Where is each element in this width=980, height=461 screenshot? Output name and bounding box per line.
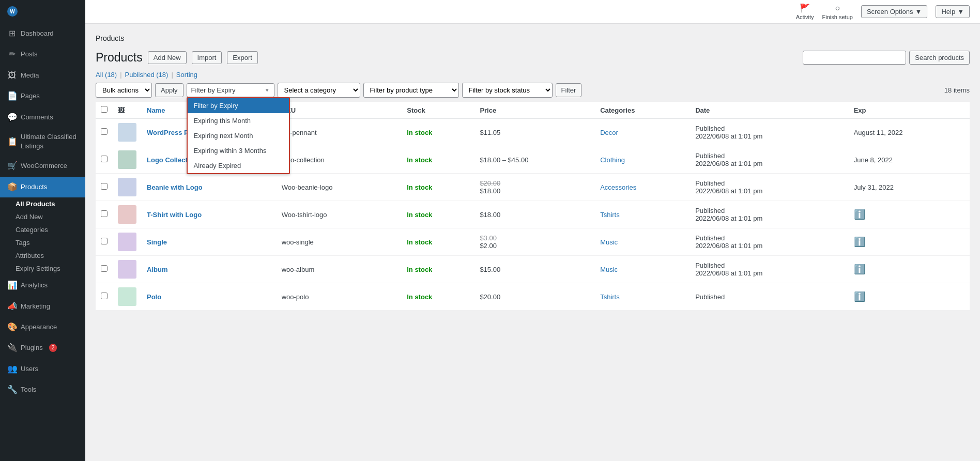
expiry-option-next-month[interactable]: Expiring next Month	[188, 128, 289, 143]
apply-button[interactable]: Apply	[155, 83, 183, 97]
users-icon: 👥	[7, 363, 17, 375]
product-category-2[interactable]: Accessories	[600, 183, 636, 191]
sidebar-sub-categories[interactable]: Categories	[0, 223, 85, 236]
activity-button[interactable]: 🚩 Activity	[796, 3, 814, 20]
category-select[interactable]: Select a category	[278, 83, 360, 98]
filter-bar: Bulk actions Apply Filter by Expiry ▼ Fi…	[96, 83, 970, 98]
sidebar-posts-label: Posts	[21, 50, 38, 59]
product-type-select[interactable]: Filter by product type	[363, 83, 459, 98]
sidebar-item-tools[interactable]: 🔧 Tools	[0, 379, 85, 400]
wp-logo-icon: W	[7, 6, 18, 17]
product-name-3[interactable]: T-Shirt with Logo	[147, 211, 202, 219]
sidebar-ucl-label: Ultimate Classified Listings	[21, 132, 78, 151]
expiry-option-3-months[interactable]: Expiring within 3 Months	[188, 143, 289, 158]
expiry-warn-icon-4: ℹ️	[854, 237, 865, 247]
row-checkbox-2[interactable]	[101, 183, 108, 190]
row-checkbox-5[interactable]	[101, 265, 108, 272]
table-row: T-Shirt with LogoWoo-tshirt-logoIn stock…	[96, 201, 970, 228]
categories-col-header: Categories	[595, 102, 690, 119]
sidebar-item-analytics[interactable]: 📊 Analytics	[0, 275, 85, 296]
row-checkbox-1[interactable]	[101, 156, 108, 162]
product-price-2: $20.00$18.00	[474, 174, 595, 201]
search-products-button[interactable]: Search products	[909, 51, 970, 65]
product-date-0: Published2022/06/08 at 1:01 pm	[690, 119, 849, 146]
sidebar-item-plugins[interactable]: 🔌 Plugins 2	[0, 337, 85, 358]
screen-options-button[interactable]: Screen Options ▼	[861, 5, 927, 18]
table-row: Polowoo-poloIn stock$20.00TshirtsPublish…	[96, 283, 970, 311]
media-icon: 🖼	[7, 70, 17, 81]
comments-icon: 💬	[7, 112, 17, 123]
stock-status-select[interactable]: Filter by stock status	[462, 83, 553, 98]
product-img-2	[118, 178, 136, 196]
product-category-4[interactable]: Music	[600, 238, 618, 246]
sidebar-item-woocommerce[interactable]: 🛒 WooCommerce	[0, 156, 85, 176]
product-name-2[interactable]: Beanie with Logo	[147, 183, 203, 191]
sidebar-item-posts[interactable]: ✏ Posts	[0, 44, 85, 65]
expiry-option-this-month[interactable]: Expiring this Month	[188, 113, 289, 128]
export-button[interactable]: Export	[227, 51, 258, 64]
product-category-5[interactable]: Music	[600, 266, 618, 273]
sidebar-sub-expiry-settings[interactable]: Expiry Settings	[0, 262, 85, 275]
product-name-6[interactable]: Polo	[147, 293, 161, 301]
product-category-1[interactable]: Clothing	[600, 156, 625, 164]
product-exp-4: ℹ️	[849, 228, 970, 256]
row-checkbox-3[interactable]	[101, 210, 108, 217]
product-price-0: $11.05	[474, 119, 595, 146]
product-category-0[interactable]: Decor	[600, 129, 618, 136]
breadcrumb: Products	[96, 34, 970, 42]
sidebar-item-users[interactable]: 👥 Users	[0, 359, 85, 379]
sidebar-item-comments[interactable]: 💬 Comments	[0, 107, 85, 128]
filter-sorting-link[interactable]: Sorting	[176, 71, 197, 79]
sidebar-sub-attributes[interactable]: Attributes	[0, 249, 85, 262]
product-name-5[interactable]: Album	[147, 266, 167, 273]
sidebar-item-marketing[interactable]: 📣 Marketing	[0, 296, 85, 317]
dashboard-icon: ⊞	[7, 28, 17, 39]
filter-published-link[interactable]: Published (18)	[125, 71, 169, 79]
product-sku-1: logo-collection	[277, 146, 402, 174]
product-exp-6: ℹ️	[849, 283, 970, 311]
img-col-header: 🖼	[113, 102, 142, 119]
select-all-checkbox[interactable]	[101, 106, 108, 113]
filter-all-link[interactable]: All (18)	[96, 71, 117, 79]
activity-icon: 🚩	[800, 3, 810, 13]
pages-icon: 📄	[7, 90, 17, 102]
row-checkbox-6[interactable]	[101, 293, 108, 299]
sidebar-item-products[interactable]: 📦 Products	[0, 177, 85, 197]
add-new-button[interactable]: Add New	[148, 51, 187, 64]
finish-setup-icon: ○	[835, 4, 840, 13]
product-category-3[interactable]: Tshirts	[600, 211, 620, 219]
product-date-3: Published2022/06/08 at 1:01 pm	[690, 201, 849, 228]
sidebar-item-media[interactable]: 🖼 Media	[0, 65, 85, 86]
sidebar-sub-tags[interactable]: Tags	[0, 236, 85, 249]
sidebar-dashboard-label: Dashboard	[21, 29, 54, 38]
help-button[interactable]: Help ▼	[936, 5, 970, 18]
product-img-1	[118, 150, 136, 169]
filter-expiry-trigger[interactable]: Filter by Expiry ▼	[187, 83, 274, 97]
product-stock-6: In stock	[402, 283, 474, 311]
expiry-option-filter[interactable]: Filter by Expiry	[188, 98, 289, 113]
product-stock-2: In stock	[402, 174, 474, 201]
sidebar-sub-all-products[interactable]: All Products	[0, 197, 85, 210]
sidebar-item-pages[interactable]: 📄 Pages	[0, 86, 85, 106]
expiry-option-expired[interactable]: Already Expired	[188, 158, 289, 173]
import-button[interactable]: Import	[192, 51, 222, 64]
finish-setup-button[interactable]: ○ Finish setup	[822, 4, 853, 20]
row-checkbox-0[interactable]	[101, 128, 108, 135]
sidebar-products-label: Products	[21, 182, 47, 192]
sidebar-item-appearance[interactable]: 🎨 Appearance	[0, 317, 85, 337]
product-price-6: $20.00	[474, 283, 595, 311]
row-checkbox-4[interactable]	[101, 238, 108, 244]
expiry-warn-icon-3: ℹ️	[854, 209, 865, 220]
product-img-4	[118, 233, 136, 251]
search-input[interactable]	[803, 51, 906, 65]
sidebar-item-ucl[interactable]: 📋 Ultimate Classified Listings	[0, 128, 85, 156]
product-name-4[interactable]: Single	[147, 238, 167, 246]
topbar: 🚩 Activity ○ Finish setup Screen Options…	[85, 0, 980, 24]
product-category-6[interactable]: Tshirts	[600, 293, 620, 301]
sidebar-item-dashboard[interactable]: ⊞ Dashboard	[0, 23, 85, 44]
sidebar-marketing-label: Marketing	[21, 302, 50, 311]
bulk-actions-select[interactable]: Bulk actions	[96, 83, 152, 98]
sidebar-sub-add-new[interactable]: Add New	[0, 210, 85, 223]
filter-button[interactable]: Filter	[556, 83, 582, 97]
price-col-header: Price	[474, 102, 595, 119]
